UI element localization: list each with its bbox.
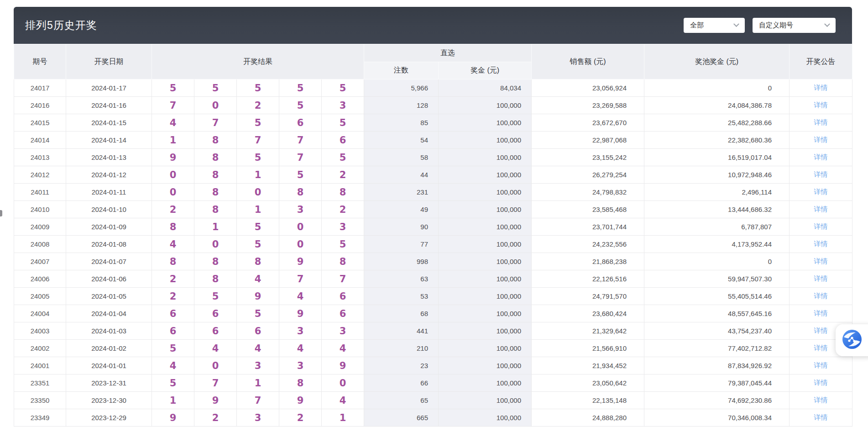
detail-link[interactable]: 详情 (814, 344, 828, 352)
result-digit-cell: 5 (237, 114, 279, 132)
chevron-down-icon (824, 21, 830, 27)
detail-link[interactable]: 详情 (814, 396, 828, 404)
result-digit-cell: 3 (322, 218, 364, 236)
date-cell: 2024-01-08 (66, 236, 152, 253)
result-digit-cell: 8 (194, 270, 237, 288)
result-digit-cell: 8 (279, 374, 322, 392)
detail-link[interactable]: 详情 (814, 205, 828, 213)
detail-link[interactable]: 详情 (814, 170, 828, 178)
result-digit-cell: 2 (279, 409, 322, 427)
detail-link[interactable]: 详情 (814, 101, 828, 109)
result-digit-cell: 9 (152, 409, 194, 427)
pool-cell: 43,754,237.40 (644, 322, 790, 340)
issue-cell: 24011 (14, 184, 66, 201)
sales-cell: 21,868,238 (532, 253, 644, 270)
detail-link[interactable]: 详情 (814, 188, 828, 195)
result-digit-cell: 1 (152, 132, 194, 149)
result-digit-cell: 3 (237, 357, 279, 374)
pool-cell: 4,173,952.44 (644, 236, 790, 253)
detail-link[interactable]: 详情 (814, 327, 828, 334)
result-digit-cell: 5 (194, 79, 237, 97)
result-digit-cell: 9 (194, 392, 237, 409)
col-header-zhixuan-group: 直选 (364, 44, 532, 62)
bets-cell: 68 (364, 305, 439, 322)
result-digit-cell: 8 (194, 132, 237, 149)
result-digit-cell: 0 (279, 236, 322, 253)
result-digit-cell: 0 (152, 184, 194, 201)
pool-cell: 22,382,680.36 (644, 132, 790, 149)
prize-cell: 100,000 (439, 270, 532, 288)
detail-link[interactable]: 详情 (814, 274, 828, 282)
date-cell: 2023-12-31 (66, 374, 152, 392)
bets-cell: 5,966 (364, 79, 439, 97)
issue-range-dropdown[interactable]: 自定义期号 (753, 18, 836, 33)
announcement-cell: 详情 (790, 166, 852, 184)
panel-titlebar: 排列5历史开奖 全部 自定义期号 (14, 7, 852, 44)
sales-cell: 26,279,254 (532, 166, 644, 184)
result-digit-cell: 8 (194, 253, 237, 270)
result-digit-cell: 5 (322, 79, 364, 97)
chevron-down-icon (733, 21, 739, 27)
pool-cell: 6,787,807 (644, 218, 790, 236)
table-header: 期号 开奖日期 开奖结果 直选 销售额 (元) 奖池奖金 (元) 开奖公告 注数… (14, 44, 852, 79)
bets-cell: 210 (364, 340, 439, 357)
detail-link[interactable]: 详情 (814, 413, 828, 421)
detail-link[interactable]: 详情 (814, 257, 828, 265)
detail-link[interactable]: 详情 (814, 136, 828, 143)
pool-cell: 87,834,926.92 (644, 357, 790, 374)
bets-cell: 66 (364, 374, 439, 392)
date-cell: 2024-01-07 (66, 253, 152, 270)
result-digit-cell: 3 (322, 322, 364, 340)
announcement-cell: 详情 (790, 357, 852, 374)
lottery-history-page: 排列5历史开奖 全部 自定义期号 (0, 0, 868, 427)
issue-cell: 24017 (14, 79, 66, 97)
sales-cell: 23,672,670 (532, 114, 644, 132)
result-digit-cell: 6 (194, 322, 237, 340)
detail-link[interactable]: 详情 (814, 379, 828, 386)
floating-assistant-button[interactable] (836, 324, 868, 356)
sales-cell: 23,155,242 (532, 149, 644, 166)
result-digit-cell: 2 (194, 409, 237, 427)
result-digit-cell: 6 (322, 132, 364, 149)
result-digit-cell: 3 (279, 201, 322, 218)
detail-link[interactable]: 详情 (814, 118, 828, 126)
result-digit-cell: 7 (279, 132, 322, 149)
scope-dropdown[interactable]: 全部 (684, 18, 745, 33)
sales-cell: 22,126,516 (532, 270, 644, 288)
sales-cell: 23,701,744 (532, 218, 644, 236)
announcement-cell: 详情 (790, 132, 852, 149)
result-digit-cell: 6 (152, 322, 194, 340)
prize-cell: 100,000 (439, 340, 532, 357)
detail-link[interactable]: 详情 (814, 222, 828, 230)
result-digit-cell: 1 (237, 201, 279, 218)
result-digit-cell: 5 (237, 218, 279, 236)
result-digit-cell: 5 (279, 97, 322, 114)
date-cell: 2023-12-30 (66, 392, 152, 409)
table-row: 233492023-12-2992321665100,00024,888,280… (14, 409, 852, 427)
issue-cell: 24008 (14, 236, 66, 253)
result-digit-cell: 5 (237, 79, 279, 97)
result-digit-cell: 5 (322, 114, 364, 132)
bets-cell: 58 (364, 149, 439, 166)
result-digit-cell: 4 (279, 340, 322, 357)
result-digit-cell: 8 (152, 218, 194, 236)
result-digit-cell: 8 (194, 166, 237, 184)
announcement-cell: 详情 (790, 97, 852, 114)
lottery-logo-icon (842, 329, 863, 352)
issue-cell: 24010 (14, 201, 66, 218)
pool-cell: 59,947,507.30 (644, 270, 790, 288)
result-digit-cell: 2 (152, 270, 194, 288)
result-digit-cell: 9 (152, 149, 194, 166)
sales-cell: 24,791,570 (532, 288, 644, 305)
col-header-prize: 奖金 (元) (439, 62, 532, 79)
pool-cell: 13,444,686.32 (644, 201, 790, 218)
result-digit-cell: 8 (152, 253, 194, 270)
detail-link[interactable]: 详情 (814, 309, 828, 317)
detail-link[interactable]: 详情 (814, 153, 828, 161)
table-row: 233512023-12-315718066100,00023,050,6427… (14, 374, 852, 392)
detail-link[interactable]: 详情 (814, 292, 828, 300)
result-digit-cell: 9 (279, 305, 322, 322)
detail-link[interactable]: 详情 (814, 361, 828, 369)
detail-link[interactable]: 详情 (814, 240, 828, 248)
detail-link[interactable]: 详情 (814, 84, 828, 91)
